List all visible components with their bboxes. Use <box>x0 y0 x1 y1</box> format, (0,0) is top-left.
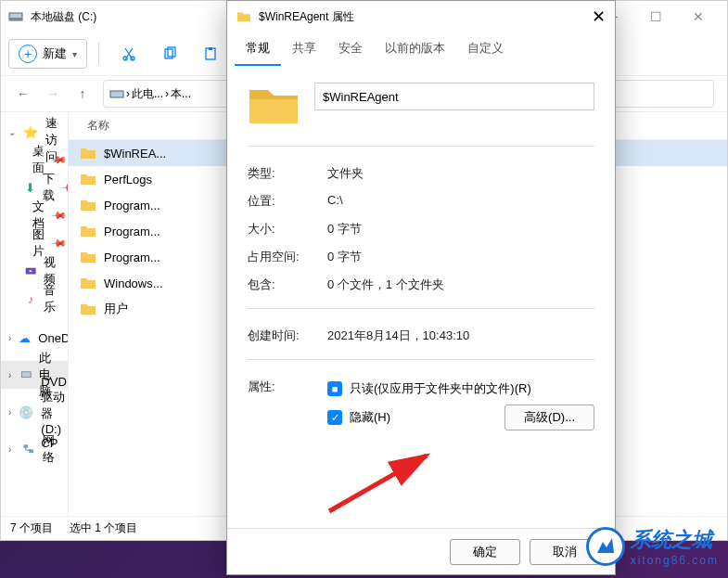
sidebar-videos[interactable]: 视频 <box>1 257 68 285</box>
sidebar-quick-access[interactable]: ⌄⭐快速访问 <box>1 118 68 146</box>
prop-value: 文件夹 <box>327 165 364 182</box>
attr-label: 属性: <box>248 379 327 395</box>
prop-label: 类型: <box>248 165 327 182</box>
prop-value: 0 字节 <box>327 221 362 238</box>
sidebar-music[interactable]: ♪音乐 <box>1 285 68 313</box>
folder-icon <box>248 83 300 127</box>
separator <box>98 43 99 65</box>
new-label: 新建 <box>43 45 67 62</box>
watermark-brand: 系统之城 <box>631 526 719 554</box>
dialog-tabs: 常规 共享 安全 以前的版本 自定义 <box>227 32 615 66</box>
watermark: 系统之城 xitong86.com <box>586 526 719 567</box>
sidebar-dvd[interactable]: ›💿DVD 驱动器 (D:) CP <box>1 398 68 426</box>
prop-value: 0 字节 <box>327 249 362 265</box>
watermark-url: xitong86.com <box>631 554 719 567</box>
music-icon: ♪ <box>25 290 36 307</box>
cloud-icon: ☁ <box>19 329 31 346</box>
pin-icon: 📌 <box>59 178 69 196</box>
prop-value: C:\ <box>327 193 343 210</box>
status-count: 7 个项目 <box>10 520 53 536</box>
prop-label: 包含: <box>248 276 327 293</box>
maximize-button[interactable]: ☐ <box>634 1 677 32</box>
prop-label: 占用空间: <box>248 249 327 265</box>
copy-button[interactable] <box>151 39 188 69</box>
sidebar-pictures[interactable]: 图片📌 <box>1 229 68 257</box>
dialog-body: $WinREAgent 类型:文件夹 位置:C:\ 大小:0 字节 占用空间:0… <box>227 66 615 528</box>
pin-icon: 📌 <box>49 234 67 251</box>
dialog-title: $WinREAgent 属性 <box>259 9 354 25</box>
svg-rect-7 <box>209 47 212 50</box>
svg-rect-16 <box>24 445 28 449</box>
prop-label: 创建时间: <box>248 328 327 344</box>
watermark-logo <box>586 527 625 566</box>
folder-icon <box>80 223 96 239</box>
folder-icon <box>80 275 96 291</box>
tab-security[interactable]: 安全 <box>327 32 374 66</box>
tab-sharing[interactable]: 共享 <box>281 32 327 66</box>
pc-icon <box>21 366 32 383</box>
new-button[interactable]: + 新建 ▾ <box>8 39 87 69</box>
divider <box>248 359 594 360</box>
divider <box>248 146 594 147</box>
sidebar-onedrive[interactable]: ›☁OneDrive <box>1 324 68 352</box>
sidebar-downloads[interactable]: ⬇下载📌 <box>1 173 68 201</box>
prop-value: 0 个文件，1 个文件夹 <box>327 276 444 293</box>
tab-custom[interactable]: 自定义 <box>456 32 515 66</box>
dialog-close-button[interactable]: ✕ <box>592 6 606 27</box>
tab-previous[interactable]: 以前的版本 <box>374 32 456 66</box>
prop-value: 2021年8月14日，10:43:10 <box>327 328 469 344</box>
readonly-checkbox[interactable]: ■ <box>327 381 342 396</box>
ok-button[interactable]: 确定 <box>450 539 520 565</box>
pin-icon: 📌 <box>49 206 67 224</box>
star-icon: ⭐ <box>23 123 38 140</box>
cut-button[interactable] <box>110 39 147 69</box>
paste-button[interactable] <box>192 39 229 69</box>
annotation-arrow <box>320 446 441 523</box>
folder-icon <box>80 171 96 187</box>
dialog-titlebar: $WinREAgent 属性 ✕ <box>227 1 615 32</box>
up-button[interactable]: ↑ <box>68 79 97 109</box>
divider <box>248 308 594 309</box>
svg-rect-15 <box>22 371 32 377</box>
prop-label: 大小: <box>248 221 327 238</box>
plus-icon: + <box>19 45 37 63</box>
crumb-seg[interactable]: 本... <box>171 86 191 102</box>
disc-icon: 💿 <box>19 404 33 420</box>
drive-icon <box>8 9 23 24</box>
drive-icon <box>109 86 124 101</box>
dialog-buttons: 确定 取消 <box>227 528 615 574</box>
folder-icon <box>80 197 96 213</box>
video-icon <box>25 263 36 279</box>
back-button[interactable]: ← <box>8 79 38 109</box>
hidden-checkbox[interactable]: ✓ <box>327 410 342 425</box>
folder-icon <box>80 249 96 265</box>
close-button[interactable]: ✕ <box>677 1 720 32</box>
sidebar-desktop[interactable]: 桌面📌 <box>1 146 68 173</box>
sidebar-documents[interactable]: 文档📌 <box>1 201 68 229</box>
status-selected: 选中 1 个项目 <box>70 520 137 536</box>
tab-general[interactable]: 常规 <box>235 32 281 66</box>
window-title: 本地磁盘 (C:) <box>31 9 96 25</box>
svg-line-18 <box>329 456 427 511</box>
readonly-label: 只读(仅应用于文件夹中的文件)(R) <box>350 380 531 397</box>
advanced-button[interactable]: 高级(D)... <box>504 405 594 430</box>
forward-button[interactable]: → <box>38 79 68 109</box>
network-icon <box>22 441 34 457</box>
crumb-seg[interactable]: 此电... <box>132 86 163 102</box>
sidebar-network[interactable]: ›网络 <box>1 435 68 463</box>
sidebar: ⌄⭐快速访问 桌面📌 ⬇下载📌 文档📌 图片📌 视频 ♪音乐 ›☁OneDriv… <box>1 112 69 516</box>
svg-rect-8 <box>110 91 123 97</box>
download-icon: ⬇ <box>25 179 35 196</box>
chevron-down-icon: ▾ <box>72 49 77 59</box>
folder-icon <box>80 301 96 317</box>
svg-rect-1 <box>9 18 22 20</box>
hidden-label: 隐藏(H) <box>350 409 390 426</box>
name-field[interactable]: $WinREAgent <box>314 83 594 110</box>
prop-label: 位置: <box>248 193 327 210</box>
properties-dialog: $WinREAgent 属性 ✕ 常规 共享 安全 以前的版本 自定义 $Win… <box>226 0 616 575</box>
folder-icon <box>80 145 96 161</box>
folder-icon <box>236 9 251 24</box>
